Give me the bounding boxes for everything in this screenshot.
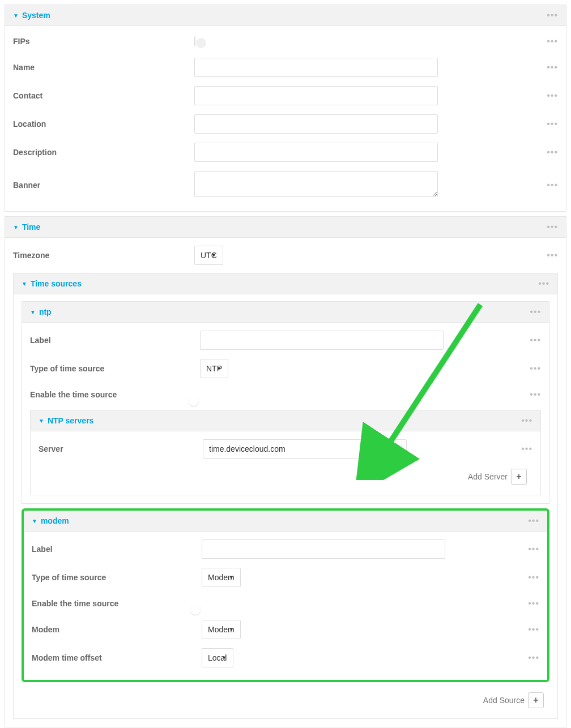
modem-enable-menu-dots-icon[interactable]: ••• <box>528 599 539 608</box>
modem-highlight-annotation: ▼ modem ••• Label ••• <box>22 508 549 682</box>
time-menu-dots-icon[interactable]: ••• <box>547 222 558 232</box>
caret-down-icon: ▼ <box>39 418 44 424</box>
banner-row: Banner ••• <box>13 166 558 203</box>
time-sources-title: Time sources <box>31 279 82 288</box>
modem-offset-label: Modem time offset <box>32 653 202 662</box>
ntp-servers-menu-dots-icon[interactable]: ••• <box>521 416 532 425</box>
ntp-type-label: Type of time source <box>30 364 200 373</box>
time-section: ▼ Time ••• Timezone UTC ••• ▼ Time sourc… <box>5 216 566 727</box>
modem-type-row: Type of time source Modem ••• <box>32 563 539 592</box>
banner-label: Banner <box>13 181 194 190</box>
ntp-servers-section: ▼ NTP servers ••• Server ••• <box>30 410 541 495</box>
ntp-enable-label: Enable the time source <box>30 390 200 399</box>
modem-menu-dots-icon[interactable]: ••• <box>528 516 539 525</box>
add-source-row: Add Source + <box>22 687 549 710</box>
contact-label: Contact <box>13 91 194 100</box>
timezone-menu-dots-icon[interactable]: ••• <box>547 251 558 260</box>
ntp-label-menu-dots-icon[interactable]: ••• <box>530 336 541 345</box>
caret-down-icon: ▼ <box>22 281 27 287</box>
ntp-server-input[interactable] <box>203 439 407 459</box>
ntp-enable-row: Enable the time source ••• <box>30 383 541 406</box>
ntp-server-row: Server ••• <box>39 435 532 463</box>
modem-section-header[interactable]: ▼ modem ••• <box>24 511 547 532</box>
caret-down-icon: ▼ <box>13 224 19 230</box>
ntp-type-row: Type of time source NTP ••• <box>30 354 541 383</box>
modem-enable-label: Enable the time source <box>32 599 202 608</box>
fips-menu-dots-icon[interactable]: ••• <box>547 37 558 46</box>
ntp-server-label: Server <box>39 444 203 453</box>
contact-row: Contact ••• <box>13 82 558 110</box>
name-input[interactable] <box>194 58 438 77</box>
time-sources-section: ▼ Time sources ••• ▼ ntp ••• <box>13 273 558 719</box>
time-sources-header[interactable]: ▼ Time sources ••• <box>14 273 557 294</box>
fips-row: FIPs ••• <box>13 29 558 53</box>
ntp-enable-menu-dots-icon[interactable]: ••• <box>530 390 541 399</box>
ntp-section: ▼ ntp ••• Label ••• Type of time source <box>22 301 549 504</box>
caret-down-icon: ▼ <box>13 12 19 19</box>
name-row: Name ••• <box>13 53 558 82</box>
add-source-button[interactable]: + <box>528 692 544 708</box>
time-sources-menu-dots-icon[interactable]: ••• <box>538 279 549 288</box>
ntp-menu-dots-icon[interactable]: ••• <box>530 307 541 316</box>
modem-type-menu-dots-icon[interactable]: ••• <box>528 573 539 582</box>
description-row: Description ••• <box>13 138 558 166</box>
caret-down-icon: ▼ <box>32 518 37 524</box>
modem-label-row: Label ••• <box>32 535 539 563</box>
modem-offset-menu-dots-icon[interactable]: ••• <box>528 653 539 662</box>
ntp-type-select[interactable]: NTP <box>200 359 228 378</box>
ntp-servers-title: NTP servers <box>48 416 93 425</box>
ntp-section-header[interactable]: ▼ ntp ••• <box>22 302 549 323</box>
caret-down-icon: ▼ <box>30 309 36 315</box>
ntp-servers-header[interactable]: ▼ NTP servers ••• <box>31 410 540 431</box>
timezone-label: Timezone <box>13 251 194 260</box>
location-label: Location <box>13 119 194 129</box>
system-menu-dots-icon[interactable]: ••• <box>547 11 558 20</box>
name-label: Name <box>13 63 194 72</box>
modem-device-menu-dots-icon[interactable]: ••• <box>528 625 539 634</box>
modem-offset-select[interactable]: Local <box>202 648 233 667</box>
timezone-select[interactable]: UTC <box>194 246 223 265</box>
ntp-server-menu-dots-icon[interactable]: ••• <box>521 444 532 453</box>
fips-toggle[interactable] <box>194 36 195 46</box>
modem-offset-row: Modem time offset Local ••• <box>32 644 539 672</box>
location-input[interactable] <box>194 114 438 134</box>
ntp-label-input[interactable] <box>200 331 444 350</box>
ntp-label-label: Label <box>30 336 200 345</box>
plus-icon: + <box>516 472 521 482</box>
modem-label-input[interactable] <box>202 539 445 559</box>
modem-enable-row: Enable the time source ••• <box>32 592 539 615</box>
name-menu-dots-icon[interactable]: ••• <box>547 63 558 72</box>
location-menu-dots-icon[interactable]: ••• <box>547 119 558 129</box>
add-server-button[interactable]: + <box>511 469 527 485</box>
time-title: Time <box>22 222 40 232</box>
plus-icon: + <box>533 695 538 705</box>
modem-label-label: Label <box>32 545 202 554</box>
modem-type-select[interactable]: Modem <box>202 568 241 587</box>
location-row: Location ••• <box>13 110 558 138</box>
ntp-type-menu-dots-icon[interactable]: ••• <box>530 364 541 373</box>
banner-input[interactable] <box>194 171 438 197</box>
add-source-label: Add Source <box>483 696 525 705</box>
description-menu-dots-icon[interactable]: ••• <box>547 148 558 157</box>
modem-label-menu-dots-icon[interactable]: ••• <box>528 545 539 554</box>
modem-device-label: Modem <box>32 625 202 634</box>
time-section-header[interactable]: ▼ Time ••• <box>5 217 566 238</box>
contact-menu-dots-icon[interactable]: ••• <box>547 91 558 100</box>
system-title: System <box>22 11 50 20</box>
contact-input[interactable] <box>194 86 438 105</box>
modem-type-label: Type of time source <box>32 573 202 582</box>
ntp-title: ntp <box>39 307 52 316</box>
modem-device-select[interactable]: Modem <box>202 620 241 639</box>
system-section: ▼ System ••• FIPs ••• Name ••• Contact •… <box>5 5 566 212</box>
fips-label: FIPs <box>13 37 194 46</box>
modem-title: modem <box>41 516 69 525</box>
system-section-header[interactable]: ▼ System ••• <box>5 5 566 26</box>
timezone-row: Timezone UTC ••• <box>13 241 558 269</box>
add-server-label: Add Server <box>468 472 508 481</box>
banner-menu-dots-icon[interactable]: ••• <box>547 181 558 190</box>
modem-section: ▼ modem ••• Label ••• <box>24 511 547 680</box>
description-input[interactable] <box>194 143 438 162</box>
description-label: Description <box>13 148 194 157</box>
add-server-row: Add Server + <box>39 463 532 487</box>
ntp-label-row: Label ••• <box>30 326 541 354</box>
